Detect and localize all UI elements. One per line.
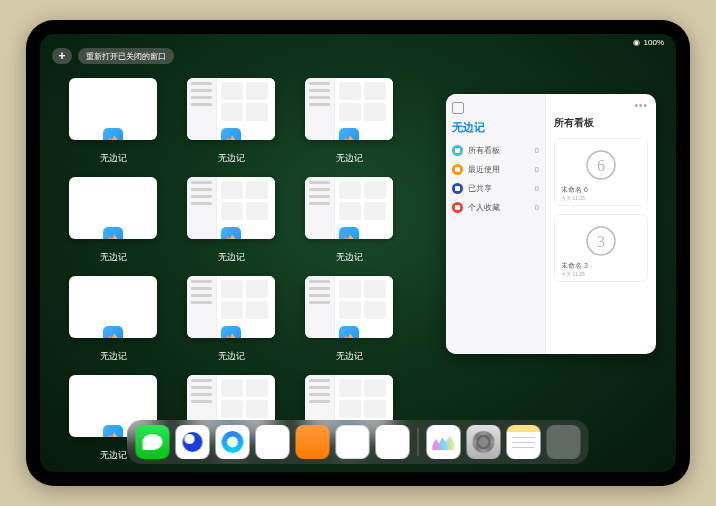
category-icon (452, 145, 463, 156)
dock-app-library[interactable] (547, 425, 581, 459)
freeform-app-icon (339, 326, 359, 338)
thumbnail-label: 无边记 (100, 449, 127, 462)
sidebar-item-label: 最近使用 (468, 164, 500, 175)
board-thumbnail: 3 (559, 221, 643, 261)
sidebar-item-blue[interactable]: 所有看板0 (452, 141, 539, 160)
freeform-app-icon (221, 227, 241, 239)
sidebar-item-count: 0 (535, 184, 539, 193)
thumbnail-label: 无边记 (100, 350, 127, 363)
sidebar-item-label: 已共享 (468, 183, 492, 194)
thumbnail-preview (305, 177, 393, 239)
boards-section-title: 所有看板 (554, 116, 648, 130)
category-icon (452, 183, 463, 194)
window-thumbnail[interactable]: 无边记 (68, 177, 158, 264)
more-options-button[interactable]: ••• (634, 100, 648, 111)
dock-app-notes[interactable] (507, 425, 541, 459)
thumbnail-preview (69, 78, 157, 140)
board-card[interactable]: 6未命名 6今天 11:25 (554, 138, 648, 206)
thumbnail-label: 无边记 (218, 350, 245, 363)
freeform-app-icon (103, 425, 123, 437)
window-thumbnail[interactable]: 无边记 (68, 276, 158, 363)
thumbnail-label: 无边记 (336, 251, 363, 264)
dock-separator (418, 428, 419, 456)
thumbnail-label: 无边记 (336, 152, 363, 165)
sidebar-item-orange[interactable]: 最近使用0 (452, 160, 539, 179)
freeform-app-icon (103, 227, 123, 239)
category-icon (452, 164, 463, 175)
thumbnail-preview (305, 78, 393, 140)
board-date: 今天 11:25 (559, 195, 643, 201)
category-icon (452, 202, 463, 213)
window-thumbnail[interactable]: 无边记 (304, 177, 394, 264)
dock-app-settings[interactable] (467, 425, 501, 459)
sidebar-item-count: 0 (535, 165, 539, 174)
board-name: 未命名 3 (559, 261, 643, 271)
battery-indicator: 100% (644, 38, 664, 47)
dock-app-qqbrowser[interactable] (216, 425, 250, 459)
thumbnail-label: 无边记 (218, 152, 245, 165)
freeform-app-icon (103, 326, 123, 338)
reopen-closed-window-button[interactable]: 重新打开已关闭的窗口 (78, 48, 174, 64)
top-controls: + 重新打开已关闭的窗口 (52, 48, 174, 64)
freeform-boards-area: ••• 所有看板 6未命名 6今天 11:253未命名 3今天 11:25 (546, 94, 656, 354)
dock-app-obsidian[interactable] (376, 425, 410, 459)
freeform-sidebar: 无边记 所有看板0最近使用0已共享0个人收藏0 (446, 94, 546, 354)
window-thumbnail[interactable]: 无边记 (68, 78, 158, 165)
new-window-button[interactable]: + (52, 48, 72, 64)
sidebar-toolbar (452, 102, 539, 114)
sidebar-item-navy[interactable]: 已共享0 (452, 179, 539, 198)
thumbnail-preview (305, 276, 393, 338)
freeform-app-icon (339, 128, 359, 140)
status-bar: ◉ 100% (633, 38, 664, 47)
thumbnail-label: 无边记 (336, 350, 363, 363)
board-card[interactable]: 3未命名 3今天 11:25 (554, 214, 648, 282)
board-thumbnail: 6 (559, 145, 643, 185)
sidebar-item-count: 0 (535, 203, 539, 212)
thumbnail-label: 无边记 (218, 251, 245, 264)
dock-app-quark[interactable] (176, 425, 210, 459)
ipad-screen: ◉ 100% + 重新打开已关闭的窗口 无边记无边记无边记无边记无边记无边记无边… (40, 34, 676, 472)
dock-app-dice[interactable] (336, 425, 370, 459)
window-thumbnail[interactable]: 无边记 (186, 276, 276, 363)
board-date: 今天 11:25 (559, 271, 643, 277)
freeform-window-preview[interactable]: 无边记 所有看板0最近使用0已共享0个人收藏0 ••• 所有看板 6未命名 6今… (446, 94, 656, 354)
thumbnail-preview (187, 177, 275, 239)
thumbnail-label: 无边记 (100, 251, 127, 264)
freeform-app-icon (221, 128, 241, 140)
freeform-app-icon (339, 227, 359, 239)
thumbnail-preview (187, 78, 275, 140)
dock (128, 420, 589, 464)
board-name: 未命名 6 (559, 185, 643, 195)
dock-app-freeform[interactable] (427, 425, 461, 459)
window-thumbnail[interactable]: 无边记 (186, 177, 276, 264)
app-expose-grid: 无边记无边记无边记无边记无边记无边记无边记无边记无边记无边记无边记无边记 (68, 78, 428, 462)
dock-app-books[interactable] (296, 425, 330, 459)
thumbnail-preview (187, 276, 275, 338)
sidebar-item-label: 所有看板 (468, 145, 500, 156)
ipad-device-frame: ◉ 100% + 重新打开已关闭的窗口 无边记无边记无边记无边记无边记无边记无边… (26, 20, 690, 486)
window-thumbnail[interactable]: 无边记 (186, 78, 276, 165)
sidebar-toggle-icon[interactable] (452, 102, 464, 114)
window-thumbnail[interactable]: 无边记 (304, 78, 394, 165)
freeform-app-icon (103, 128, 123, 140)
dock-app-play[interactable] (256, 425, 290, 459)
sidebar-item-label: 个人收藏 (468, 202, 500, 213)
svg-text:6: 6 (597, 157, 605, 174)
thumbnail-preview (69, 177, 157, 239)
dock-app-wechat[interactable] (136, 425, 170, 459)
wifi-icon: ◉ (633, 38, 640, 47)
freeform-app-icon (221, 326, 241, 338)
svg-text:3: 3 (597, 233, 605, 250)
window-thumbnail[interactable]: 无边记 (304, 276, 394, 363)
thumbnail-preview (69, 276, 157, 338)
sidebar-item-red[interactable]: 个人收藏0 (452, 198, 539, 217)
thumbnail-label: 无边记 (100, 152, 127, 165)
sidebar-item-count: 0 (535, 146, 539, 155)
sidebar-title: 无边记 (452, 120, 539, 135)
